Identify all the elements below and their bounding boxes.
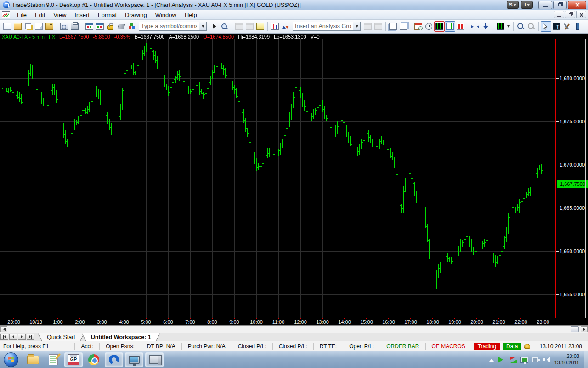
open-workspace-icon[interactable]	[44, 21, 55, 32]
tray-play-icon[interactable]	[498, 356, 506, 363]
candlestick-icon	[271, 23, 279, 30]
pointer-tool-icon[interactable]	[541, 21, 551, 32]
symbol-lookup-icon[interactable]	[219, 21, 230, 32]
insert-strategy-icon[interactable]	[373, 21, 384, 32]
format-symbol-icon[interactable]	[234, 21, 244, 32]
chart-window-icon[interactable]	[434, 21, 445, 32]
chart-shift-icon[interactable]	[495, 21, 506, 32]
mdi-restore-button[interactable]	[565, 11, 575, 18]
tab-quick-start[interactable]: Quick Start	[38, 333, 85, 341]
zoom-out-icon[interactable]	[526, 21, 537, 32]
taskbar-notepadpp[interactable]	[44, 352, 62, 367]
clock-time: 23:08	[554, 353, 579, 360]
scroll-right-button[interactable]	[581, 326, 588, 332]
menu-insert[interactable]: Insert	[70, 11, 94, 19]
close-button[interactable]	[568, 1, 586, 9]
taskbar-gp[interactable]: GP	[64, 352, 83, 367]
show-desktop-button[interactable]	[584, 351, 588, 368]
clipped-toolbar-icon[interactable]	[572, 21, 583, 32]
time-axis[interactable]: 23:0010/131:002:003:004:005:006:007:008:…	[0, 318, 588, 325]
print-icon[interactable]	[69, 21, 80, 32]
bell-icon[interactable]	[524, 344, 530, 349]
menu-edit[interactable]: Edit	[31, 11, 49, 19]
last-workspace-button[interactable]	[27, 334, 34, 340]
data-window-icon[interactable]	[255, 21, 266, 32]
menu-drawing[interactable]: Drawing	[121, 11, 151, 19]
menu-file[interactable]: File	[13, 11, 31, 19]
next-window-icon[interactable]	[95, 21, 105, 32]
decrease-bar-spacing-icon[interactable]	[470, 21, 481, 32]
chart-change: -5.8600	[93, 34, 110, 40]
show-hidden-icons-button[interactable]	[489, 356, 494, 362]
run-command-button[interactable]	[209, 21, 219, 32]
tray-power-icon[interactable]	[532, 357, 538, 362]
taskbar-paint-monitor[interactable]	[125, 352, 143, 367]
taskbar-clock[interactable]: 23:08 13.10.2011	[554, 353, 579, 366]
oe-macros: OE MACROS	[425, 343, 471, 350]
taskbar-remote-desktop[interactable]	[145, 352, 164, 367]
minimize-button[interactable]	[538, 1, 552, 9]
format-analysis-icon[interactable]	[244, 21, 255, 32]
start-button[interactable]	[4, 352, 18, 367]
x-axis-label: 17:00	[404, 319, 417, 325]
taskbar-chrome[interactable]	[85, 352, 103, 367]
copy-window-icon[interactable]	[23, 21, 34, 32]
taskbar-explorer[interactable]	[24, 352, 42, 367]
drawing-tools-icon[interactable]	[562, 21, 572, 32]
time-frames-icon[interactable]	[424, 21, 434, 32]
restore-button[interactable]	[553, 1, 567, 9]
shortcut-s-button[interactable]: S	[507, 1, 519, 9]
shortcut-i-button[interactable]: I	[521, 1, 533, 9]
mdi-close-button[interactable]	[576, 11, 586, 18]
previous-workspace-button[interactable]	[9, 334, 17, 340]
x-axis-label: 15:00	[360, 319, 373, 325]
send-to-back-icon[interactable]	[388, 21, 398, 32]
mdi-minimize-button[interactable]	[554, 11, 564, 18]
previous-window-icon[interactable]	[84, 21, 95, 32]
menu-help[interactable]: Help	[181, 11, 201, 19]
increase-bar-spacing-icon[interactable]	[481, 21, 491, 32]
zoom-in-icon[interactable]	[515, 21, 526, 32]
menu-view[interactable]: View	[49, 11, 70, 19]
symbol-combo-dropdown[interactable]	[199, 22, 206, 30]
new-icon[interactable]	[2, 21, 12, 32]
analysis-group-input[interactable]	[293, 23, 353, 30]
format-painter-icon[interactable]	[116, 21, 126, 32]
chart-analysis-icon[interactable]	[270, 21, 280, 32]
scrollbar-thumb[interactable]	[571, 326, 579, 332]
price-chart[interactable]	[0, 39, 555, 318]
menu-window[interactable]: Window	[151, 11, 181, 19]
open-icon[interactable]	[12, 21, 23, 32]
status-open-pl: Open P/L:	[343, 343, 380, 350]
taskbar-tradestation[interactable]	[105, 352, 123, 367]
candlestick-style-icon[interactable]	[455, 21, 466, 32]
first-workspace-button[interactable]	[0, 334, 8, 340]
data-badge[interactable]: Data	[503, 343, 521, 350]
save-desktop-icon[interactable]	[34, 21, 44, 32]
tray-flags-icon[interactable]	[510, 356, 517, 363]
symbol-command-input[interactable]	[139, 23, 199, 30]
tab-untitled-workspace[interactable]: Untitled Workspace: 1	[82, 333, 160, 341]
sort-icon[interactable]	[280, 21, 291, 32]
analysis-combo-dropdown[interactable]	[353, 22, 360, 30]
lock-workspace-icon[interactable]	[105, 21, 116, 32]
trading-badge[interactable]: Trading	[474, 343, 500, 350]
title-bar[interactable]: TradeStation 9.0 - Desktop #1 - Untitled…	[0, 0, 588, 10]
tray-volume-icon[interactable]	[543, 356, 550, 363]
sessions-icon[interactable]	[413, 21, 424, 32]
insert-objects-icon[interactable]	[126, 21, 137, 32]
ohlc-bar-style-icon[interactable]	[445, 21, 455, 32]
x-axis-label: 10/13	[29, 319, 42, 325]
tray-network-icon[interactable]	[521, 357, 528, 362]
menu-format[interactable]: Format	[94, 11, 121, 19]
chart-shift-dropdown[interactable]	[506, 21, 511, 32]
print-preview-icon[interactable]	[59, 21, 69, 32]
next-workspace-button[interactable]	[18, 334, 26, 340]
scroll-left-button[interactable]	[0, 326, 7, 332]
price-axis[interactable]: 1,680.00001,675.00001,670.00001,665.0000…	[555, 39, 588, 318]
insert-study-icon[interactable]	[362, 21, 373, 32]
bring-to-front-icon[interactable]	[398, 21, 409, 32]
text-tool-icon[interactable]: T	[551, 21, 562, 32]
chart-document-icon[interactable]	[2, 12, 10, 18]
chart-horizontal-scrollbar[interactable]	[0, 325, 588, 333]
